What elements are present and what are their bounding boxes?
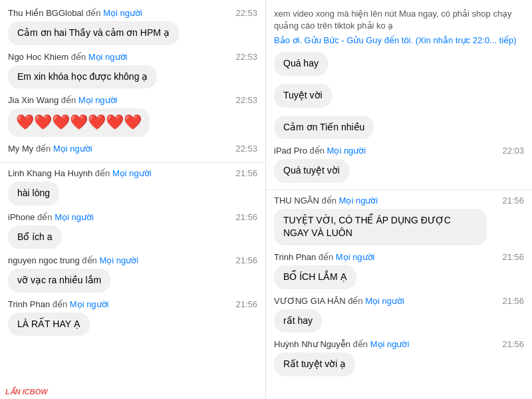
message-group-ngo-hoc-khiem: Ngo Hoc Khiem đến Mọi người 22:53 Em xin… [0,49,265,93]
message-header: Linh Khang Ha Huynh đến Mọi người 21:56 [8,168,257,178]
message-header: My My đến Mọi người 22:53 [8,144,257,154]
message-header: Ngo Hoc Khiem đến Mọi người 22:53 [8,52,257,62]
recipient-name: Mọi người [55,212,94,222]
to-label: đến [59,95,78,105]
message-group-iphone: iPhone đến Mọi người 21:56 Bổ ích a [0,209,265,253]
message-header: Jia Xin Wang đến Mọi người 22:53 [8,95,257,105]
message-group-trinh-phan-right: Trinh Phan đến Mọi người 21:56 BỔ ÍCH LẮ… [266,249,532,293]
chat-container: Thu Hiền BGGlobal đến Mọi người 22:53 Cả… [0,0,532,399]
to-label: đến [68,52,88,62]
message-group-jia-xin-wang: Jia Xin Wang đến Mọi người 22:53 ❤️❤️❤️❤… [0,92,265,141]
message-bubble: Bổ ích a [8,225,62,249]
sender-name: My My [8,144,33,154]
sender-name: Huỳnh Như Nguyễn [274,339,350,349]
message-bubble-hearts: ❤️❤️❤️❤️❤️❤️❤️ [8,108,150,137]
message-bubble: Cảm ơn hai Thầy và cảm ơn HPM ạ [8,21,179,45]
recipient-name: Mọi người [70,299,109,309]
message-time: 21:56 [230,212,257,222]
message-group-trinh-phan-left: Trinh Phan đến Mọi người 21:56 LÀ RẤT HA… [0,297,265,340]
message-time: 21:56 [497,296,524,306]
to-label: đến [84,8,104,18]
message-time: 21:56 [230,168,257,178]
recipient-name: Mọi người [99,255,138,265]
message-time: 22:53 [230,95,257,105]
message-group-linh-khang: Linh Khang Ha Huynh đến Mọi người 21:56 … [0,166,265,209]
message-bubble: vỡ vạc ra nhiều lắm [8,269,110,293]
to-label: đến [350,339,370,349]
to-label: đến [35,212,55,222]
message-time: 21:56 [497,339,524,349]
watermark: LẦN ICBOW [5,388,48,396]
message-group-tuyet-voi: Tuyệt vời [266,80,532,112]
sender-name: iPhone [8,212,35,222]
recipient-name: Mọi người [88,52,128,62]
sender-name: nguyen ngoc trung [8,255,80,265]
message-time: 22:03 [497,146,524,156]
recipient-name: Mọi người [112,168,152,178]
recipient-name: Mọi người [78,95,118,105]
section-divider [266,190,532,190]
right-panel[interactable]: xem video xong mà hiện lên nút Mua ngay,… [266,0,532,399]
message-bubble: TUYỆT VỜI, CÓ THỂ ÁP DỤNG ĐƯỢC NGAY VÀ L… [274,209,487,245]
recipient-name: Mọi người [339,196,378,205]
message-time: 22:53 [230,144,257,154]
to-label: đến [92,168,112,178]
to-label: đến [319,196,339,205]
section-divider [0,162,265,163]
recipient-name: Mọi người [336,252,375,262]
message-header: Thu Hiền BGGlobal đến Mọi người 22:53 [8,8,257,18]
message-header: THU NGÂN đến Mọi người 21:56 [274,196,524,205]
message-group-vuong-gia-han: VƯƠNG GIA HÂN đến Mọi người 21:56 rất ha… [266,293,532,337]
to-label: đến [50,299,70,309]
left-panel[interactable]: Thu Hiền BGGlobal đến Mọi người 22:53 Cả… [0,0,266,399]
message-time: 22:53 [230,8,257,18]
message-time: 22:53 [230,52,257,62]
message-bubble: Cảm ơn Tiến nhiều [274,116,374,140]
sender-name: Thu Hiền BGGlobal [8,8,84,18]
message-bubble: BỔ ÍCH LẮM Ạ [274,265,356,289]
message-bubble: Em xin khóa học được không ạ [8,65,157,89]
message-group-thu-ngan: THU NGÂN đến Mọi người 21:56 TUYỆT VỜI, … [266,193,532,249]
message-time: 21:56 [230,255,257,265]
message-bubble: LÀ RẤT HAY Ạ [8,313,90,336]
message-group-qua-hay: Quá hay [266,48,532,80]
message-header: Huỳnh Như Nguyễn đến Mọi người 21:56 [274,339,524,349]
message-time: 21:56 [230,299,257,309]
recipient-name: Mọi người [103,8,142,18]
left-panel-wrapper: Thu Hiền BGGlobal đến Mọi người 22:53 Cả… [0,0,266,399]
to-label: đến [80,255,100,265]
sender-name: Jia Xin Wang [8,95,59,105]
message-header: iPad Pro đến Mọi người 22:03 [274,146,524,156]
sender-name: Linh Khang Ha Huynh [8,168,92,178]
sender-name: Ngo Hoc Khiem [8,52,68,62]
message-group-ipad-pro: iPad Pro đến Mọi người 22:03 Quá tuyệt v… [266,143,532,187]
message-time: 21:56 [497,196,524,205]
message-group-huynh-nhu-nguyen: Huỳnh Như Nguyễn đến Mọi người 21:56 Rất… [266,336,532,380]
message-group-nguyen-ngoc-trung: nguyen ngoc trung đến Mọi người 21:56 vỡ… [0,253,265,297]
top-partial-text: xem video xong mà hiện lên nút Mua ngay,… [266,5,532,33]
message-group-my-my: My My đến Mọi người 22:53 [0,141,265,160]
message-bubble: Rất tuyệt vời ạ [274,352,355,376]
to-label: đến [307,146,327,156]
to-label: đến [33,144,53,154]
sender-name: VƯƠNG GIA HÂN [274,296,346,306]
message-bubble: hài lòng [8,182,59,205]
message-header: VƯƠNG GIA HÂN đến Mọi người 21:56 [274,296,524,306]
sender-name: iPad Pro [274,146,307,156]
top-link[interactable]: Bảo ơi. Gửu Bức - Gửu Guy đến tôi. (Xin … [274,35,517,45]
sender-name: Trinh Phan [274,252,316,262]
message-bubble: Quá hay [274,52,328,76]
to-label: đến [346,296,366,306]
message-time: 21:56 [497,252,524,262]
message-header: iPhone đến Mọi người 21:56 [8,212,257,222]
sender-name: THU NGÂN [274,196,319,205]
sender-name: Trinh Phan [8,299,50,309]
to-label: đến [316,252,336,262]
recipient-name: Mọi người [327,146,366,156]
message-bubble: rất hay [274,309,322,333]
recipient-name: Mọi người [365,296,404,306]
message-bubble: Quá tuyệt vời [274,159,349,183]
message-bubble: Tuyệt vời [274,84,332,108]
message-header: Trinh Phan đến Mọi người 21:56 [274,252,524,262]
message-header: Trinh Phan đến Mọi người 21:56 [8,299,257,309]
